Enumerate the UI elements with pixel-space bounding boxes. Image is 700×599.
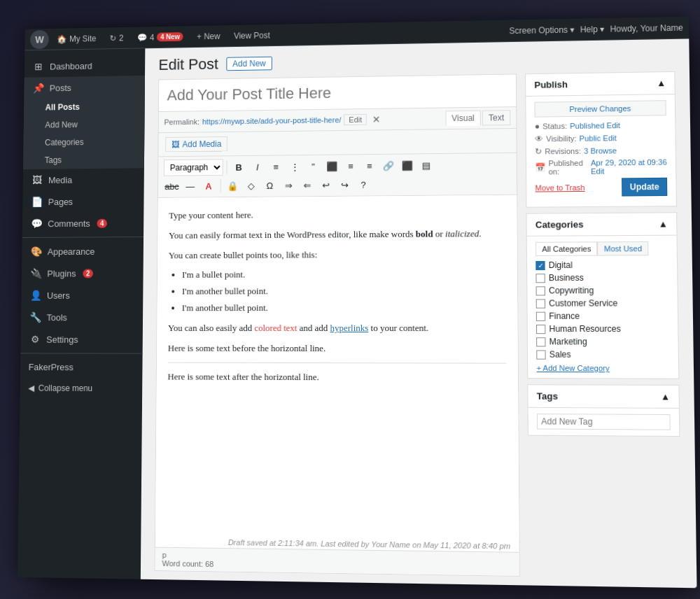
all-categories-tab[interactable]: All Categories [536, 241, 598, 256]
revisions-value[interactable]: 3 Browse [584, 146, 617, 155]
cat-checkbox-copywriting[interactable] [536, 286, 545, 295]
ordered-list-btn[interactable]: ⋮ [286, 158, 303, 175]
editor-toolbar: Paragraph B I ≡ ⋮ " ⬛ ≡ ≡ 🔗 ⬛ [158, 153, 517, 198]
preview-btn[interactable]: Preview Changes [535, 100, 666, 118]
updates-icon: ↻ [110, 33, 117, 43]
unordered-list-btn[interactable]: ≡ [267, 158, 284, 175]
updates-link[interactable]: ↻ 2 [104, 30, 129, 45]
toolbar-toggle-btn[interactable]: ▤ [418, 157, 435, 174]
wp-logo-icon[interactable]: W [30, 29, 49, 48]
outdent-btn[interactable]: ⇐ [299, 176, 316, 193]
cat-checkbox-business[interactable] [536, 274, 545, 283]
cat-checkbox-marketing[interactable] [536, 337, 545, 346]
sidebar-item-fakerpress[interactable]: FakerPress [20, 356, 143, 378]
add-new-button[interactable]: Add New [226, 57, 272, 71]
my-site-link[interactable]: 🏠 My Site [51, 31, 102, 46]
published-value[interactable]: Apr 29, 2020 at 09:36 Edit [591, 158, 667, 176]
close-permalink-btn[interactable]: ✕ [370, 114, 384, 125]
sidebar-item-add-new[interactable]: Add New [24, 115, 145, 134]
blockquote-btn[interactable]: " [305, 158, 322, 175]
add-new-category-link[interactable]: + Add New Category [536, 364, 669, 373]
status-icon: ● [535, 122, 540, 132]
publish-collapse-icon[interactable]: ▲ [657, 78, 666, 88]
post-title-area [159, 74, 516, 112]
undo-btn[interactable]: ↩ [317, 176, 334, 193]
help-editor-btn[interactable]: ? [355, 176, 372, 193]
list-item-3: I'm another bullet point. [182, 301, 506, 316]
sidebar-item-categories[interactable]: Categories [23, 133, 144, 152]
cat-item-finance: Finance [536, 311, 669, 321]
cat-checkbox-hr[interactable] [536, 324, 545, 333]
screen-options-btn[interactable]: Screen Options ▾ [509, 24, 574, 36]
most-used-tab[interactable]: Most Used [598, 241, 649, 256]
status-value[interactable]: Published Edit [570, 121, 620, 130]
align-center-btn[interactable]: ≡ [342, 157, 359, 174]
toolbar-sep-1 [227, 160, 227, 174]
bold-btn[interactable]: B [230, 159, 247, 176]
sidebar-item-pages[interactable]: 📄 Pages [22, 190, 144, 213]
permalink-edit-btn[interactable]: Edit [344, 114, 367, 125]
admin-bar-right: Screen Options ▾ Help ▾ Howdy, Your Name [509, 22, 682, 35]
italic-btn[interactable]: I [249, 159, 266, 176]
post-title-input[interactable] [167, 82, 507, 105]
visual-tab-btn[interactable]: Visual [445, 111, 481, 126]
align-left-btn[interactable]: ⬛ [323, 157, 340, 174]
sidebar-item-appearance[interactable]: 🎨 Appearance [22, 240, 144, 262]
collapse-menu-btn[interactable]: ◀ Collapse menu [20, 378, 143, 399]
comments-sidebar-badge: 4 [97, 218, 107, 227]
main-layout: ⊞ Dashboard 📌 Posts All Posts Add New Ca… [18, 39, 696, 589]
categories-collapse-icon[interactable]: ▲ [658, 218, 668, 229]
view-post-link[interactable]: View Post [228, 27, 276, 43]
permalink-url[interactable]: https://mywp.site/add-your-post-title-he… [202, 115, 342, 125]
visibility-value[interactable]: Public Edit [580, 134, 617, 143]
hr-btn[interactable]: — [182, 178, 199, 195]
more-btn[interactable]: ⬛ [399, 157, 416, 174]
tags-collapse-icon[interactable]: ▲ [661, 391, 671, 402]
content-line-2: You can easily format text in the WordPr… [169, 227, 505, 243]
help-btn[interactable]: Help ▾ [580, 24, 605, 34]
add-media-btn[interactable]: 🖼 Add Media [165, 136, 227, 153]
list-item-2: I'm another bullet point. [182, 284, 506, 300]
strikethrough-btn[interactable]: abc [164, 178, 181, 195]
publish-box-header: Publish ▲ [526, 72, 675, 97]
redo-btn[interactable]: ↪ [336, 176, 353, 193]
cat-checkbox-finance[interactable] [536, 311, 545, 320]
editor-content[interactable]: Type your content here. You can easily f… [155, 195, 519, 541]
new-link[interactable]: + New [191, 29, 225, 44]
tags-input[interactable] [537, 414, 671, 430]
visibility-row: 👁 Visibility: Public Edit [535, 132, 666, 143]
sidebar-item-tags[interactable]: Tags [23, 150, 144, 169]
lock-btn[interactable]: 🔒 [224, 177, 241, 194]
sidebar-item-users[interactable]: 👤 Users [21, 284, 143, 306]
color-btn[interactable]: A [200, 178, 217, 195]
categories-header: Categories ▲ [527, 213, 677, 237]
sidebar-item-dashboard[interactable]: ⊞ Dashboard [24, 54, 145, 78]
plugins-badge: 2 [83, 269, 93, 278]
cat-checkbox-customer-service[interactable] [536, 299, 545, 308]
cat-checkbox-sales[interactable] [536, 350, 545, 359]
media-icon: 🖼 [31, 174, 43, 185]
visibility-label: Visibility: [546, 134, 576, 143]
align-right-btn[interactable]: ≡ [361, 157, 378, 174]
sidebar-item-all-posts[interactable]: All Posts [24, 97, 145, 117]
comments-link[interactable]: 💬 4 4 New [132, 29, 189, 45]
indent-btn[interactable]: ⇒ [280, 177, 297, 194]
cat-checkbox-digital[interactable]: ✓ [536, 260, 545, 269]
sidebar-item-comments[interactable]: 💬 Comments 4 [22, 212, 144, 234]
sidebar-item-plugins[interactable]: 🔌 Plugins 2 [22, 262, 144, 284]
published-label: Published on: [548, 159, 588, 176]
publish-box-content: Preview Changes ● Status: Published Edit… [526, 94, 676, 207]
update-btn[interactable]: Update [622, 178, 667, 197]
text-tab-btn[interactable]: Text [482, 110, 511, 125]
status-row: ● Status: Published Edit [535, 120, 666, 131]
paragraph-select[interactable]: Paragraph [164, 159, 223, 176]
sidebar-item-tools[interactable]: 🔧 Tools [21, 306, 143, 328]
special-char-btn[interactable]: ◇ [243, 177, 260, 194]
sidebar-item-settings[interactable]: ⚙ Settings [21, 328, 143, 351]
sidebar-item-media[interactable]: 🖼 Media [23, 168, 144, 191]
sidebar-item-posts[interactable]: 📌 Posts [24, 76, 145, 99]
move-to-trash-link[interactable]: Move to Trash [535, 183, 584, 192]
permalink-label: Permalink: [164, 118, 200, 126]
link-btn[interactable]: 🔗 [380, 157, 397, 174]
omega-btn[interactable]: Ω [261, 177, 278, 194]
